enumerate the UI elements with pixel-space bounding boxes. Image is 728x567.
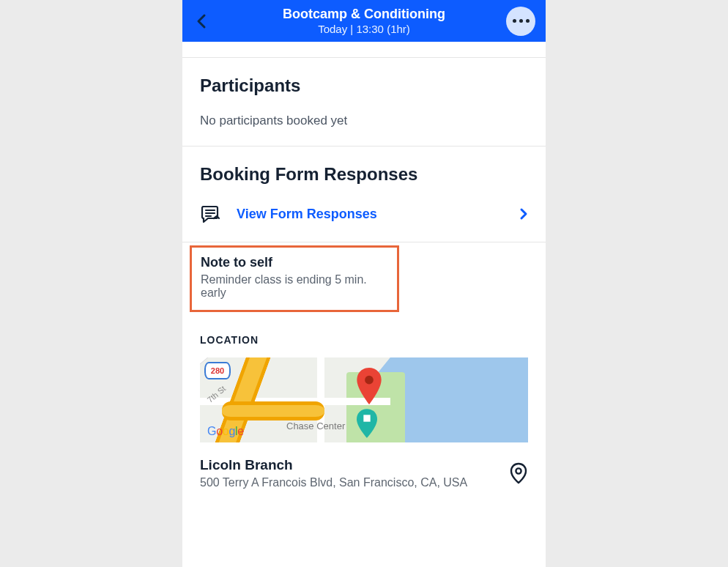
map-landmark-label: Chase Center [286,420,345,431]
address-text: Licoln Branch 500 Terry A Francois Blvd,… [200,457,467,489]
header-titles: Bootcamp & Conditioning Today | 13:30 (1… [283,7,445,35]
note-title: Note to self [201,255,388,270]
location-label: LOCATION [200,334,528,346]
chevron-right-icon [519,207,528,220]
note-section: Note to self Reminder class is ending 5 … [182,242,546,319]
chevron-left-icon [196,12,207,30]
location-address-block[interactable]: Licoln Branch 500 Terry A Francois Blvd,… [200,457,528,489]
svg-point-4 [365,376,374,385]
note-highlight-box: Note to self Reminder class is ending 5 … [190,245,399,312]
back-button[interactable] [193,12,210,30]
app-screen: Bootcamp & Conditioning Today | 13:30 (1… [182,0,546,567]
note-text: Reminder class is ending 5 min. early [201,273,388,300]
map-attribution: Google [207,425,244,438]
page-title: Bootcamp & Conditioning [283,7,445,23]
participants-section: Participants No participants booked yet [182,58,546,147]
view-form-responses-row[interactable]: View Form Responses [200,204,528,224]
participants-heading: Participants [200,75,528,96]
dot-icon [513,19,516,23]
location-name: Licoln Branch [200,457,467,473]
dot-icon [519,19,523,23]
location-section: LOCATION 280 7th St Chase Center Google [182,319,546,507]
location-pin-icon [509,462,528,484]
map-poi-pin-icon [357,409,377,438]
booking-responses-section: Booking Form Responses View Form Respons… [182,147,546,242]
map-highway [222,401,324,420]
map-highway-shield: 280 [204,362,231,379]
more-menu-button[interactable] [506,7,535,36]
previous-section-edge [182,42,546,58]
booking-heading: Booking Form Responses [200,164,528,185]
view-form-responses-link[interactable]: View Form Responses [237,207,505,222]
page-subtitle: Today | 13:30 (1hr) [283,23,445,35]
location-map[interactable]: 280 7th St Chase Center Google [200,357,528,442]
form-icon [200,204,222,224]
svg-rect-3 [363,415,370,421]
header-bar: Bootcamp & Conditioning Today | 13:30 (1… [182,0,546,42]
participants-empty-text: No participants booked yet [200,114,528,128]
location-address: 500 Terry A Francois Blvd, San Francisco… [200,476,467,489]
map-marker-pin-icon [357,368,382,404]
svg-point-5 [516,468,521,473]
dot-icon [526,19,530,23]
